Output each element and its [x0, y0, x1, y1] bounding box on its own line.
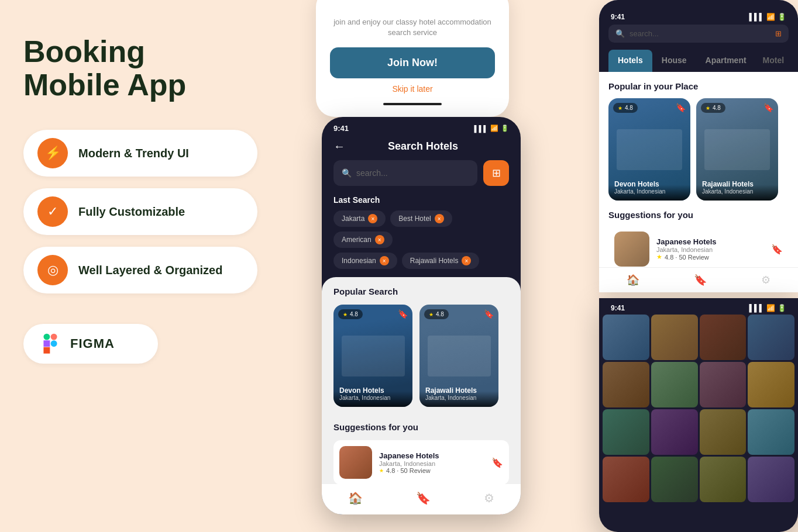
tab-motel[interactable]: Motel	[756, 50, 792, 72]
back-button[interactable]: ←	[333, 140, 345, 153]
tags-row-2: Indonesian × Rajawali Hotels ×	[322, 253, 521, 269]
hotel-card-rajawali[interactable]: ★ 4.8 🔖 Rajawali Hotels Jakarta, Indones…	[419, 305, 498, 407]
gallery-grid	[599, 315, 798, 506]
gallery-cell[interactable]	[651, 409, 698, 455]
home-nav-icon[interactable]: 🏠	[627, 274, 639, 286]
gallery-cell[interactable]	[700, 457, 747, 502]
check-icon: ✓	[37, 196, 68, 227]
svg-rect-2	[43, 347, 50, 354]
svg-point-4	[51, 341, 57, 347]
tag-remove-icon[interactable]: ×	[462, 256, 471, 265]
battery-icon: 🔋	[778, 304, 786, 312]
settings-nav-icon[interactable]: ⚙	[761, 274, 771, 286]
gallery-cell[interactable]	[700, 362, 747, 407]
hotels-card-devon[interactable]: ★ 4.8 🔖 Devon Hotels Jakarta, Indonesian	[608, 98, 690, 201]
hotels-suggestion-japanese[interactable]: Japanese Hotels Jakarta, Indonesian ★ 4.…	[608, 226, 789, 272]
feature-item-customizable: ✓ Fully Customizable	[23, 188, 257, 235]
hotels-search-box[interactable]: 🔍 search... ⊞	[608, 25, 789, 43]
bookmark-icon[interactable]: 🔖	[676, 103, 686, 112]
hotels-tabs: Hotels House Apartment Motel	[608, 50, 789, 72]
hotel-name: Devon Hotels	[339, 386, 407, 395]
hotel-card-devon[interactable]: ★ 4.8 🔖 Devon Hotels Jakarta, Indonesian	[333, 305, 412, 407]
bookmark-icon[interactable]: 🔖	[484, 309, 494, 319]
tag-jakarta[interactable]: Jakarta ×	[333, 210, 386, 227]
battery-icon: 🔋	[778, 13, 786, 21]
tag-rajawali[interactable]: Rajawali Hotels ×	[402, 253, 480, 269]
wifi-icon: 📶	[766, 13, 775, 21]
hotel-name: Rajawali Hotels	[702, 180, 772, 188]
gallery-cell[interactable]	[748, 315, 794, 360]
gallery-cell[interactable]	[700, 409, 747, 455]
hotels-cards-row: ★ 4.8 🔖 Devon Hotels Jakarta, Indonesian…	[608, 98, 789, 201]
settings-nav-icon[interactable]: ⚙	[484, 491, 494, 505]
filter-icon[interactable]: ⊞	[775, 29, 782, 38]
hotel-card-overlay: Devon Hotels Jakarta, Indonesian	[608, 174, 690, 201]
phone-onboarding: join and enjoy our classy hotel accommod…	[316, 0, 509, 117]
hotels-status-icons: ▌▌▌ 📶 🔋	[749, 13, 786, 21]
signal-icon: ▌▌▌	[749, 13, 764, 21]
tags-row: Jakarta × Best Hotel × American ×	[322, 210, 521, 248]
bookmark-nav-icon[interactable]: 🔖	[694, 274, 707, 286]
battery-icon: 🔋	[501, 125, 509, 132]
signal-icon: ▌▌▌	[474, 125, 488, 132]
tab-house[interactable]: House	[652, 50, 696, 72]
hotel-name: Devon Hotels	[614, 180, 685, 188]
star-icon: ★	[656, 253, 662, 261]
bottom-nav: 🏠 🔖 ⚙	[322, 484, 521, 514]
popular-search-title: Popular Search	[333, 286, 509, 296]
onboarding-subtitle: join and enjoy our classy hotel accommod…	[330, 17, 495, 38]
search-placeholder-text: search...	[356, 168, 388, 178]
gallery-cell[interactable]	[603, 362, 649, 407]
hotel-rating: ★ 4.8	[338, 309, 363, 319]
phone-gallery: 9:41 ▌▌▌ 📶 🔋	[599, 298, 798, 532]
gallery-cell[interactable]	[700, 315, 747, 360]
gallery-cell[interactable]	[603, 457, 649, 502]
figma-badge: FIGMA	[23, 324, 158, 364]
skip-link[interactable]: Skip it later	[392, 84, 432, 94]
tag-best-hotel[interactable]: Best Hotel ×	[390, 210, 452, 227]
hotels-status-time: 9:41	[611, 13, 625, 21]
bookmark-icon[interactable]: 🔖	[398, 309, 408, 319]
star-icon: ★	[343, 312, 348, 317]
tag-remove-icon[interactable]: ×	[435, 214, 444, 223]
hotel-location: Jakarta, Indonesian	[702, 188, 772, 195]
svg-rect-0	[43, 334, 50, 340]
hotels-card-rajawali[interactable]: ★ 4.8 🔖 Rajawali Hotels Jakarta, Indones…	[696, 98, 778, 201]
gallery-cell[interactable]	[651, 362, 698, 407]
bookmark-icon[interactable]: 🔖	[763, 103, 773, 112]
tab-apartment[interactable]: Apartment	[696, 50, 756, 72]
tag-remove-icon[interactable]: ×	[368, 214, 377, 223]
hotel-rating: ★ 4.8	[424, 309, 449, 319]
gallery-status-icons: ▌▌▌ 📶 🔋	[749, 304, 786, 312]
gallery-cell[interactable]	[603, 315, 649, 360]
star-icon: ★	[429, 312, 434, 317]
gallery-cell[interactable]	[748, 409, 794, 455]
tab-hotels[interactable]: Hotels	[608, 50, 652, 72]
gallery-cell[interactable]	[748, 457, 794, 502]
feature-label-layered: Well Layered & Organized	[78, 264, 222, 277]
tag-remove-icon[interactable]: ×	[375, 235, 384, 244]
gallery-cell[interactable]	[651, 315, 698, 360]
join-now-button[interactable]: Join Now!	[330, 47, 495, 78]
gallery-cell[interactable]	[748, 362, 794, 407]
hotels-bottom-nav: 🏠 🔖 ⚙	[599, 267, 798, 292]
bookmark-icon[interactable]: 🔖	[771, 244, 783, 255]
gallery-cell[interactable]	[603, 409, 649, 455]
svg-rect-1	[43, 341, 50, 347]
home-nav-icon[interactable]: 🏠	[348, 491, 363, 505]
bookmark-nav-icon[interactable]: 🔖	[416, 491, 431, 505]
feature-item-modern: ⚡ Modern & Trendy UI	[23, 130, 257, 177]
suggestion-japanese[interactable]: Japanese Hotels Jakarta, Indonesian ★ 4.…	[333, 440, 509, 485]
search-input-container[interactable]: 🔍 search...	[333, 160, 477, 186]
gallery-cell[interactable]	[651, 457, 698, 502]
bookmark-icon[interactable]: 🔖	[491, 457, 503, 468]
tag-remove-icon[interactable]: ×	[380, 256, 389, 265]
hotels-status-bar: 9:41 ▌▌▌ 📶 🔋	[608, 7, 789, 25]
signal-icon: ▌▌▌	[749, 304, 764, 312]
figma-logo-icon	[40, 333, 61, 354]
popular-cards: ★ 4.8 🔖 Devon Hotels Jakarta, Indonesian…	[333, 305, 509, 407]
tag-american[interactable]: American ×	[333, 232, 393, 248]
suggestion-thumb	[339, 446, 372, 479]
filter-button[interactable]: ⊞	[483, 160, 509, 186]
tag-indonesian[interactable]: Indonesian ×	[333, 253, 397, 269]
